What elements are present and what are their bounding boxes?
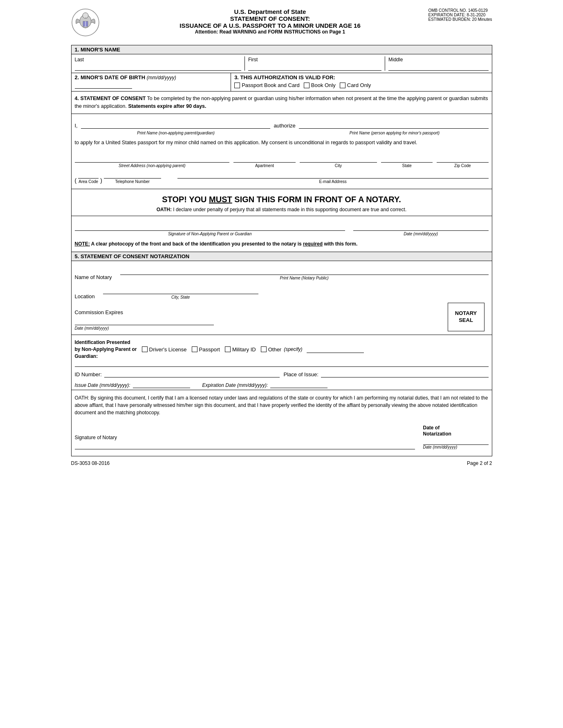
stmt-title: STATEMENT OF CONSENT: — [112, 15, 428, 22]
first-label: First — [248, 57, 258, 63]
passport-id-checkbox[interactable] — [192, 346, 197, 352]
signature-row: Signature of Non-Applying Parent or Guar… — [75, 223, 489, 236]
zip-field: Zip Code — [437, 155, 488, 168]
street-field: Street Address (non-applying parent) — [75, 155, 230, 168]
zip-label: Zip Code — [454, 163, 471, 168]
dob-line[interactable] — [75, 82, 132, 89]
sig-line[interactable] — [75, 223, 345, 231]
exp-date-label: Expiration Date (mm/dd/yyyy): — [202, 382, 268, 388]
id-number-label: ID Number: — [75, 371, 102, 377]
passport-id-option[interactable]: Passport — [192, 346, 220, 353]
print-name2-line[interactable] — [299, 121, 489, 129]
sig-field: Signature of Non-Applying Parent or Guar… — [75, 223, 345, 236]
passport-id-label: Passport — [199, 346, 220, 353]
page-number: Page 2 of 2 — [467, 460, 492, 466]
name-row: Last First Middle — [72, 54, 492, 73]
last-name-line[interactable] — [75, 63, 242, 71]
location-line[interactable] — [103, 287, 258, 294]
middle-name-line[interactable] — [388, 63, 489, 71]
card-only-checkbox[interactable] — [340, 83, 345, 88]
middle-label: Middle — [388, 57, 403, 63]
street-line[interactable] — [75, 155, 230, 163]
commission-row-inner: Commission Expires Date (mm/dd/yyyy) — [75, 309, 444, 331]
option1-label: Passport Book and Card — [242, 82, 300, 88]
place-of-issue-line[interactable] — [321, 370, 489, 377]
commission-date-line[interactable] — [75, 318, 214, 325]
other-id-line[interactable] — [307, 346, 364, 353]
apartment-field: Apartment — [233, 155, 295, 168]
military-id-label: Military ID — [232, 346, 256, 353]
note-label: NOTE: — [75, 241, 90, 247]
oath-row: OATH: I declare under penalty of perjury… — [75, 207, 489, 212]
page-header: U.S. Department of State STATEMENT OF CO… — [71, 8, 492, 41]
apartment-line[interactable] — [233, 155, 295, 163]
print-name1-line[interactable] — [81, 121, 271, 129]
header-center: U.S. Department of State STATEMENT OF CO… — [112, 8, 428, 35]
dob-section: 2. MINOR'S DATE OF BIRTH (mm/dd/yyyy) — [72, 73, 231, 91]
id-number-field: ID Number: — [75, 370, 280, 377]
state-line[interactable] — [381, 155, 433, 163]
phone-label: Telephone Number — [115, 179, 150, 184]
city-line[interactable] — [300, 155, 377, 163]
date-line[interactable] — [353, 223, 489, 231]
issue-date-line[interactable] — [133, 381, 190, 388]
i-authorize-row: I, authorize Print Name (non-applying pa… — [75, 121, 489, 136]
commission-seal-wrapper: Commission Expires Date (mm/dd/yyyy) NOT… — [72, 301, 492, 335]
passport-book-card-option[interactable]: Passport Book and Card — [234, 82, 300, 88]
state-field: State — [381, 155, 433, 168]
id-label-line1: Identification Presented — [75, 339, 137, 346]
phone-group: ( Area Code ) Telephone Number — [75, 171, 161, 184]
must-text: MUST — [209, 195, 232, 204]
form-title: ISSUANCE OF A U.S. PASSPORT TO A MINOR U… — [112, 22, 428, 29]
zip-line[interactable] — [437, 155, 488, 163]
option3-label: Card Only — [347, 82, 371, 88]
notarization-date-line[interactable] — [423, 438, 489, 445]
omb-info: OMB CONTROL NO. 1405-0129 EXPIRATION DAT… — [428, 8, 492, 22]
notary-seal-text: NOTARYSEAL — [455, 310, 477, 324]
dept-title: U.S. Department of State — [112, 8, 428, 15]
book-only-checkbox[interactable] — [304, 83, 310, 88]
section4-header: 4. STATEMENT OF CONSENT — [75, 96, 146, 101]
phone-line[interactable] — [104, 171, 161, 179]
exp-date-line[interactable] — [270, 381, 327, 388]
city-state-label: City, State — [171, 295, 190, 299]
id-number-line[interactable] — [104, 370, 280, 377]
id-presented-section: Identification Presented by Non-Applying… — [72, 335, 492, 362]
military-id-checkbox[interactable] — [225, 346, 231, 352]
note-text: A clear photocopy of the front and back … — [91, 241, 302, 247]
section1-header: 1. MINOR'S NAME — [72, 45, 492, 54]
drivers-license-checkbox[interactable] — [142, 346, 148, 352]
other-id-option[interactable]: Other (specify) — [261, 346, 364, 353]
apply-text: to apply for a United States passport fo… — [72, 139, 492, 150]
section2-header: 2. MINOR'S DATE OF BIRTH — [75, 74, 146, 80]
area-code-line[interactable] — [78, 171, 99, 179]
expiration-line: EXPIRATION DATE: 8-31-2020 — [428, 13, 492, 17]
eagle-logo — [71, 8, 104, 41]
section5-header: 5. STATEMENT OF CONSENT NOTARIZATION — [72, 252, 492, 261]
name-of-notary-label: Name of Notary — [75, 274, 112, 280]
exp-date: 8-31-2020 — [467, 13, 486, 17]
card-only-option[interactable]: Card Only — [340, 82, 371, 88]
email-label: E-mail Address — [319, 179, 347, 184]
notary-sig-label: Signature of Notary — [75, 435, 117, 440]
note-required: required — [303, 241, 323, 247]
form-container: 1. MINOR'S NAME Last First Middle — [71, 45, 492, 456]
notary-sig-line[interactable] — [75, 442, 415, 449]
other-id-checkbox[interactable] — [261, 346, 267, 352]
drivers-license-option[interactable]: Driver's License — [142, 346, 187, 353]
exp-label: EXPIRATION DATE: — [428, 13, 466, 17]
last-label: Last — [75, 57, 84, 63]
note-row: NOTE: A clear photocopy of the front and… — [72, 238, 492, 250]
issue-date-group: Issue Date (mm/dd/yyyy): — [75, 381, 190, 388]
first-name-line[interactable] — [248, 63, 381, 71]
notary-name-line[interactable] — [120, 268, 489, 275]
book-only-option[interactable]: Book Only — [304, 82, 336, 88]
email-line[interactable] — [177, 171, 489, 179]
notarization-label: Notarization — [423, 431, 451, 437]
other-id-label: Other — [268, 346, 282, 353]
burden-label: ESTIMATED BURDEN: — [428, 17, 471, 22]
military-id-option[interactable]: Military ID — [225, 346, 256, 353]
passport-book-card-checkbox[interactable] — [234, 83, 240, 88]
middle-name-field: Middle — [385, 56, 489, 71]
location-label: Location — [75, 293, 95, 299]
